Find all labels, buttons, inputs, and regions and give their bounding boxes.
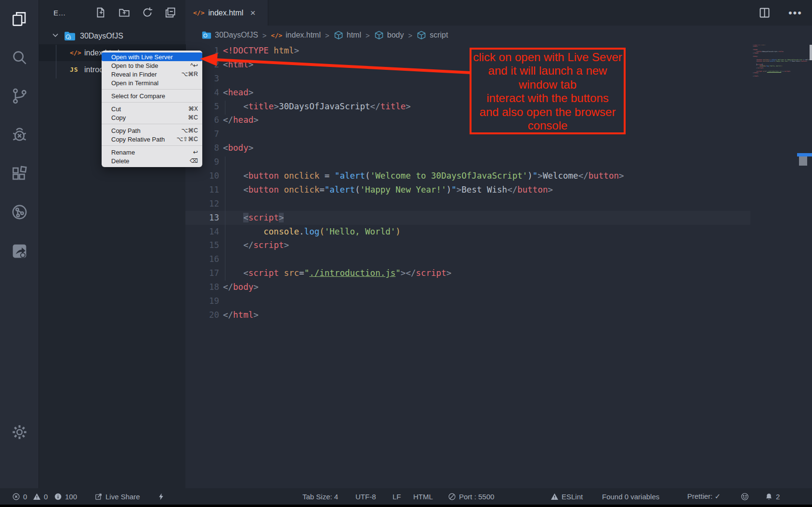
split-editor-icon[interactable] <box>758 6 771 21</box>
menu-item-rename[interactable]: Rename↩ <box>102 148 202 156</box>
status-html[interactable]: HTML <box>413 488 433 505</box>
line-number: 10 <box>185 169 219 183</box>
status-utf-8[interactable]: UTF-8 <box>355 488 376 505</box>
screen-bottom-strip <box>0 505 812 507</box>
activity-item-explorer[interactable] <box>0 3 39 37</box>
status-2[interactable]: 2 <box>765 488 780 505</box>
line-number: 18 <box>185 280 219 294</box>
menu-shortcut: ⌥⌘R <box>182 71 198 78</box>
activity-item-live-share[interactable] <box>0 235 39 269</box>
folder-icon <box>64 31 76 41</box>
menu-item-select-for-compare[interactable]: Select for Compare <box>102 91 202 100</box>
annotation-line: interact with the buttons <box>471 91 624 105</box>
annotation-line: click on open with Live Sever <box>471 51 624 64</box>
explorer-title: E… <box>53 9 66 17</box>
status-0[interactable]: 0 <box>33 488 48 505</box>
status-lightning-icon[interactable] <box>157 488 165 505</box>
activity-item-settings[interactable] <box>0 416 39 450</box>
line-content: <head> <box>223 86 253 100</box>
minimap[interactable]: <!DOCTYPE html> <html> <head> <title>30D… <box>753 44 797 77</box>
breadcrumb-item-body[interactable]: body <box>374 30 404 40</box>
status-lf[interactable]: LF <box>393 488 401 505</box>
status-live-share[interactable]: Live Share <box>94 488 140 505</box>
menu-item-copy[interactable]: Copy⌘C <box>102 113 202 122</box>
more-actions-icon[interactable]: ••• <box>788 6 802 21</box>
menu-separator <box>102 89 202 90</box>
code-line-20[interactable]: 20</html> <box>185 308 812 322</box>
scrollbar-thumb[interactable] <box>799 156 807 166</box>
code-line-17[interactable]: 17 <script src="./introduction.js"></scr… <box>185 266 812 280</box>
line-number: 16 <box>185 252 219 266</box>
refresh-icon[interactable] <box>141 6 154 21</box>
status-smiley-icon[interactable] <box>741 488 749 505</box>
tab-close-icon[interactable]: × <box>250 8 255 18</box>
activity-bar <box>0 0 39 488</box>
status-prettier-[interactable]: Prettier: ✓ <box>687 488 720 505</box>
breadcrumb-item-html[interactable]: html <box>334 30 361 40</box>
status-0[interactable]: 0 <box>12 488 27 505</box>
line-number: 17 <box>185 266 219 280</box>
folder-label: 30DaysOfJS <box>80 32 123 40</box>
line-number: 19 <box>185 294 219 308</box>
code-line-8[interactable]: 8<body> <box>185 141 812 155</box>
code-line-15[interactable]: 15 </script> <box>185 238 812 252</box>
menu-separator <box>102 124 202 124</box>
breadcrumb-item-script[interactable]: script <box>417 30 448 40</box>
indent-guide <box>225 101 225 115</box>
line-content: <script> <box>223 211 284 225</box>
context-menu: Open with Live ServerOpen to the Side^↩R… <box>102 51 202 167</box>
tree-indent-guide <box>56 45 56 78</box>
activity-item-source-control[interactable] <box>0 80 39 114</box>
status-port-5500[interactable]: Port : 5500 <box>448 488 494 505</box>
code-line-11[interactable]: 11 <button onclick="alert('Happy New Yea… <box>185 183 812 197</box>
annotation-line: console <box>471 119 624 132</box>
line-content: <html> <box>223 58 253 72</box>
line-content: </html> <box>223 308 259 322</box>
menu-item-open-to-the-side[interactable]: Open to the Side^↩ <box>102 61 202 70</box>
menu-item-open-with-live-server[interactable]: Open with Live Server <box>102 52 202 61</box>
activity-item-run-debug[interactable] <box>0 119 39 153</box>
menu-shortcut: ⌘C <box>188 114 198 121</box>
code-line-10[interactable]: 10 <button onclick = "alert('Welcome to … <box>185 169 812 183</box>
chevron-down-icon[interactable] <box>52 31 59 41</box>
line-content: <script src="./introduction.js"></script… <box>223 266 451 280</box>
code-line-9[interactable]: 9 <box>185 155 812 169</box>
menu-item-copy-path[interactable]: Copy Path⌥⌘C <box>102 126 202 135</box>
js-file-icon: JS <box>70 66 84 73</box>
code-line-12[interactable]: 12 <box>185 197 812 211</box>
code-line-14[interactable]: 14 console.log('Hello, World') <box>185 225 812 239</box>
activity-item-gitlens[interactable] <box>0 196 39 230</box>
menu-item-delete[interactable]: Delete⌫ <box>102 156 202 165</box>
status-found-0-variables[interactable]: Found 0 variables <box>602 488 659 505</box>
menu-shortcut: ^↩ <box>190 62 198 69</box>
menu-item-reveal-in-finder[interactable]: Reveal in Finder⌥⌘R <box>102 70 202 78</box>
code-line-19[interactable]: 19 <box>185 294 812 308</box>
status-eslint[interactable]: ESLint <box>550 488 583 505</box>
breadcrumb-item-30daysofjs[interactable]: 30DaysOfJS <box>202 30 258 40</box>
status-100[interactable]: 100 <box>54 488 77 505</box>
tab-index-html[interactable]: </> index.html × <box>185 0 268 26</box>
tab-label: index.html <box>208 9 243 17</box>
code-line-16[interactable]: 16 <box>185 252 812 266</box>
bell-icon <box>765 493 773 501</box>
annotation-line: window tab <box>471 78 624 91</box>
line-number: 20 <box>185 308 219 322</box>
new-file-icon[interactable] <box>95 6 107 21</box>
menu-item-copy-relative-path[interactable]: Copy Relative Path⌥⇧⌘C <box>102 135 202 143</box>
new-folder-icon[interactable] <box>118 6 131 21</box>
activity-item-search[interactable] <box>0 41 39 75</box>
code-line-18[interactable]: 18</body> <box>185 280 812 294</box>
code-line-13[interactable]: 13 <script> <box>185 211 750 225</box>
live-share-icon <box>94 493 103 501</box>
line-content: <!DOCTYPE html> <box>223 44 299 58</box>
line-number: 12 <box>185 197 219 211</box>
port-icon <box>448 493 456 501</box>
menu-item-open-in-terminal[interactable]: Open in Terminal <box>102 78 202 87</box>
collapse-all-icon[interactable] <box>164 6 177 21</box>
activity-item-extensions[interactable] <box>0 157 39 191</box>
menu-item-cut[interactable]: Cut⌘X <box>102 104 202 113</box>
status-tab-size-4[interactable]: Tab Size: 4 <box>302 488 338 505</box>
minimap-slider-highlight <box>797 153 812 156</box>
breadcrumb-item-index-html[interactable]: </>index.html <box>271 31 321 39</box>
folder-row-30daysofjs[interactable]: 30DaysOfJS <box>39 27 186 44</box>
